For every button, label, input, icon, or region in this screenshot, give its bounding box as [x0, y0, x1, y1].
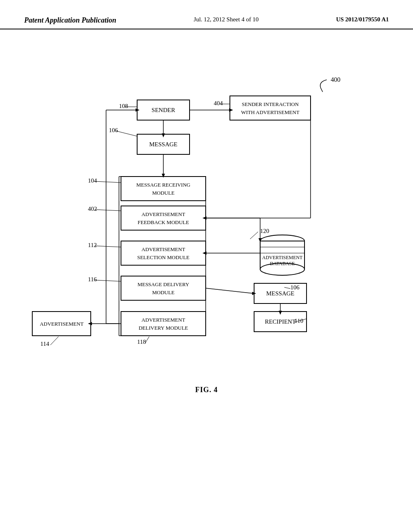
msg-delivery-box — [121, 276, 206, 300]
recipient-label: RECIPIENT — [265, 318, 296, 325]
ref-118: 118 — [137, 339, 146, 345]
ref-404: 404 — [214, 100, 223, 106]
ref-106-right: 106 — [290, 284, 300, 291]
ref-402: 402 — [88, 206, 97, 212]
db-label1: ADVERTISEMENT — [262, 255, 303, 260]
ref-104: 104 — [88, 177, 97, 184]
patent-diagram: 400 108 SENDER 404 SENDER INTERACTION WI… — [0, 29, 413, 505]
arrow-msg-delivery-to-msg-right — [206, 288, 253, 293]
ref-104-line — [95, 181, 121, 183]
advertisement-label: ADVERTISEMENT — [40, 321, 83, 327]
ref-120-line — [250, 232, 258, 239]
brace-400 — [320, 80, 327, 88]
arrow-400 — [321, 88, 323, 92]
msg-delivery-label1: MESSAGE DELIVERY — [138, 281, 190, 287]
adv-delivery-label1: ADVERTISEMENT — [142, 317, 185, 323]
message-right-label: MESSAGE — [266, 290, 294, 297]
adv-feedback-label1: ADVERTISEMENT — [142, 211, 185, 217]
adv-selection-box — [121, 241, 206, 265]
adv-selection-label1: ADVERTISEMENT — [142, 246, 185, 252]
date-sheet-label: Jul. 12, 2012 Sheet 4 of 10 — [194, 16, 259, 23]
message-top-label: MESSAGE — [149, 141, 177, 148]
page-header: Patent Application Publication Jul. 12, … — [0, 0, 413, 29]
ref-402-line — [95, 210, 121, 211]
adv-feedback-label2: FEEDBACK MODULE — [138, 219, 189, 225]
ref-106-right-line — [284, 287, 290, 289]
db-label2: DATABASE — [270, 261, 295, 266]
diagram-area: 400 108 SENDER 404 SENDER INTERACTION WI… — [0, 29, 413, 505]
ref-116: 116 — [88, 276, 97, 283]
ref-114: 114 — [40, 341, 49, 347]
adv-selection-label2: SELECTION MODULE — [137, 254, 190, 260]
ref-106-top: 106 — [109, 127, 118, 133]
msg-delivery-label2: MODULE — [152, 289, 175, 295]
message-receiving-box — [121, 177, 206, 201]
ref-112-line — [95, 246, 121, 247]
arrowhead-msg-recipient — [279, 311, 282, 315]
arrowhead-sender-interaction — [229, 108, 233, 112]
sender-interaction-label2: WITH ADVERTISEMENT — [241, 109, 300, 115]
adv-delivery-label2: DELIVERY MODULE — [139, 325, 188, 331]
arrowhead-msg-mrm — [162, 174, 165, 178]
adv-feedback-box — [121, 206, 206, 230]
ref-120: 120 — [260, 228, 269, 234]
sender-label: SENDER — [152, 107, 175, 113]
ref-106-top-line — [116, 131, 137, 136]
message-receiving-label1: MESSAGE RECEIVING — [136, 182, 190, 188]
publication-label: Patent Application Publication — [24, 16, 116, 25]
arrowhead-sender-msg — [162, 133, 165, 137]
sender-interaction-label1: SENDER INTERACTION — [242, 101, 299, 107]
ref-400: 400 — [331, 76, 340, 83]
adv-delivery-box — [121, 312, 206, 336]
sender-interaction-box — [230, 96, 311, 120]
ref-116-line — [95, 280, 121, 281]
ref-112: 112 — [88, 242, 97, 248]
ref-108: 108 — [119, 103, 128, 109]
patent-number-label: US 2012/0179550 A1 — [336, 16, 389, 23]
message-receiving-label2: MODULE — [152, 190, 175, 196]
ref-114-line — [50, 337, 58, 345]
figure-caption: FIG. 4 — [195, 386, 218, 394]
arrowhead-adv-delivery-adv — [88, 322, 92, 325]
